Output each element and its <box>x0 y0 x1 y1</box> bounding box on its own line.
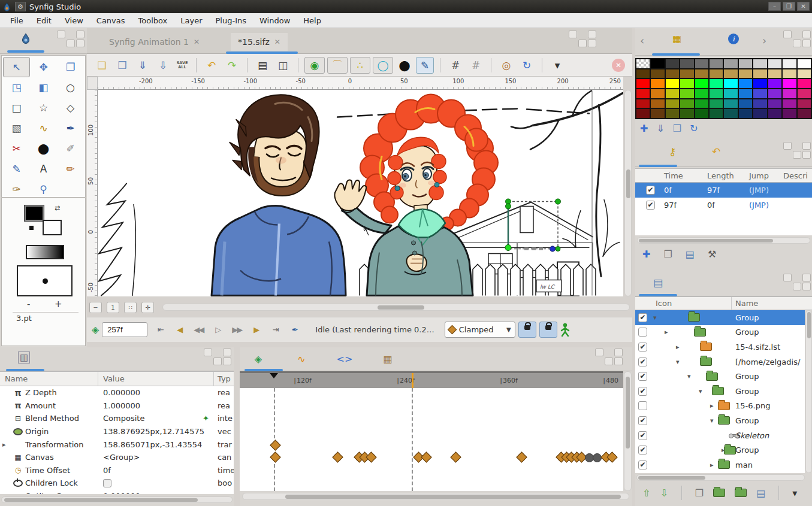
layer-row[interactable]: ✔ <box>635 472 805 473</box>
palette-color[interactable] <box>768 59 781 68</box>
save-as-button[interactable]: ⇩ <box>154 57 172 74</box>
fill-blob-button[interactable]: ⬤ <box>396 57 413 74</box>
param-value[interactable]: 138.876925px,12.714575 <box>103 427 204 436</box>
fit-canvas-button[interactable]: ∷ <box>124 302 137 313</box>
canvas-horizontal-scrollbar[interactable] <box>162 304 630 311</box>
waypoint-diamond[interactable] <box>450 452 461 462</box>
param-value[interactable] <box>103 479 111 487</box>
render-button[interactable]: ▤ <box>253 57 271 74</box>
open-file-button[interactable]: ❒ <box>113 57 131 74</box>
seek-end-button[interactable]: ⇥ <box>265 322 285 338</box>
palette-color[interactable] <box>753 59 766 68</box>
menu-edit[interactable]: Edit <box>30 15 58 26</box>
params-hscrollbar[interactable] <box>1 496 233 503</box>
current-time-field[interactable] <box>102 322 147 337</box>
palette-color[interactable] <box>710 109 723 118</box>
add-keyframe-button[interactable]: ✚ <box>642 249 650 260</box>
expander-open-icon[interactable]: ▾ <box>653 314 657 322</box>
rectangle-tool[interactable]: □ <box>3 98 30 118</box>
menu-plugins[interactable]: Plug-Ins <box>209 15 253 26</box>
keyframes-tab-icon[interactable]: ⚷ <box>669 146 676 157</box>
palette-color[interactable] <box>680 109 693 118</box>
toggle-tangent-handles[interactable]: ⌒ <box>327 57 348 74</box>
layer-checkbox[interactable]: ✔ <box>638 387 647 396</box>
dock-handle[interactable] <box>595 349 623 369</box>
palette-color[interactable] <box>753 99 766 108</box>
layer-checkbox[interactable]: ✔ <box>638 431 647 440</box>
time-ruler[interactable]: 120f240f360f480 <box>240 371 623 388</box>
palette-color[interactable] <box>651 89 664 98</box>
palette-color[interactable] <box>724 89 737 98</box>
close-button[interactable]: ✕ <box>797 2 810 11</box>
interpolation-dropdown[interactable]: Clamped ▼ <box>445 322 515 338</box>
keyframe-row[interactable]: ✔97f0f(JMP) <box>635 198 812 213</box>
keyframe-properties-button[interactable]: ⚒ <box>708 249 716 260</box>
layer-row[interactable]: ✔▾Group <box>635 413 805 428</box>
layer-row[interactable]: ✔▾Group <box>635 369 805 384</box>
expander-closed-icon[interactable]: ▸ <box>676 343 680 351</box>
layer-row[interactable]: ✔▾[/home/zelgadis/ <box>635 354 805 369</box>
layers-hscrollbar[interactable] <box>636 474 805 481</box>
palette-color[interactable] <box>739 89 752 98</box>
layer-checkbox[interactable]: ✔ <box>638 343 647 352</box>
expander-closed-icon[interactable]: ▸ <box>710 461 714 469</box>
palette-color[interactable] <box>724 99 737 108</box>
delete-layer-button[interactable]: ▤ <box>756 487 765 499</box>
palette-color[interactable] <box>710 79 723 88</box>
tab-curves[interactable]: ∿ <box>292 351 310 366</box>
palette-color[interactable] <box>783 59 796 68</box>
keyframe-jump[interactable]: (JMP) <box>749 186 769 195</box>
expander-closed-icon[interactable]: ▸ <box>2 441 6 449</box>
lock-past-keyframe-button[interactable] <box>518 322 536 338</box>
tab-15-sifz[interactable]: *15.sifz✕ <box>231 33 288 51</box>
param-value[interactable]: 158.865071px,-31.43554 <box>103 440 202 449</box>
seek-prev-keyframe-button[interactable]: ◀ <box>170 322 189 338</box>
palette-color[interactable] <box>666 109 679 118</box>
transform-tool[interactable]: ↖ <box>3 57 30 77</box>
palette-color[interactable] <box>710 69 723 78</box>
palette-color[interactable] <box>636 69 650 78</box>
layer-checkbox[interactable]: ✔ <box>638 313 647 322</box>
layer-row[interactable]: ▸Group <box>635 325 805 340</box>
palette-color[interactable] <box>783 109 796 118</box>
mirror-tool[interactable]: ❐ <box>57 57 84 77</box>
menu-layer[interactable]: Layer <box>174 15 209 26</box>
layer-checkbox[interactable]: ✔ <box>638 372 647 381</box>
keyframe-marker[interactable] <box>270 373 278 378</box>
timetrack-hscrollbar[interactable] <box>242 493 629 500</box>
delete-keyframe-button[interactable]: ▤ <box>686 249 695 260</box>
layer-checkbox[interactable] <box>638 328 647 337</box>
palette-color[interactable] <box>680 69 693 78</box>
palette-color[interactable] <box>768 109 781 118</box>
waypoint-diamond[interactable] <box>270 452 280 462</box>
keyframe-checkbox[interactable]: ✔ <box>646 201 655 210</box>
polygon-tool[interactable]: ◇ <box>57 98 84 118</box>
param-value[interactable]: 0f <box>103 466 111 475</box>
palette-tab-icon[interactable]: ▦ <box>672 33 681 44</box>
expander-closed-icon[interactable]: ▸ <box>710 402 714 410</box>
next-panel-chevron[interactable]: › <box>762 34 766 47</box>
tab-library[interactable]: <> <box>336 351 354 366</box>
window-menu-icon[interactable]: ⚙ <box>15 2 26 11</box>
waypoint-circle[interactable] <box>593 453 602 462</box>
tab-close-icon[interactable]: ✕ <box>274 38 280 46</box>
palette-color[interactable] <box>651 59 664 68</box>
eyedrop-tool[interactable]: ✐ <box>57 138 84 159</box>
layer-row[interactable]: ▸15-6.png <box>635 399 805 414</box>
palette-color[interactable] <box>695 79 708 88</box>
palette-color[interactable] <box>768 79 781 88</box>
render-preview-button[interactable]: ✒ <box>285 322 304 338</box>
palette-color[interactable] <box>753 69 766 78</box>
dock-handle[interactable] <box>57 31 84 51</box>
layer-checkbox[interactable]: ✔ <box>638 416 647 425</box>
seek-next-keyframe-button[interactable]: ▶ <box>246 322 265 338</box>
palette-color[interactable] <box>768 99 781 108</box>
zoom-normal-button[interactable]: 1 <box>107 302 119 313</box>
history-tab-icon[interactable]: ↶ <box>712 146 720 157</box>
palette-color[interactable] <box>724 69 737 78</box>
palette-color[interactable] <box>666 79 679 88</box>
palette-color[interactable] <box>636 79 650 88</box>
menu-toolbox[interactable]: Toolbox <box>132 15 174 26</box>
palette-color[interactable] <box>783 99 796 108</box>
palette-color[interactable] <box>666 69 679 78</box>
